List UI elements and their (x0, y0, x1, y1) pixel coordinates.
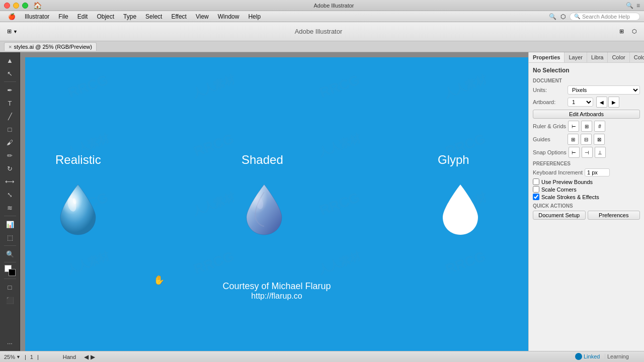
maximize-button[interactable] (22, 3, 28, 9)
grid2-icon[interactable]: # (594, 121, 605, 132)
tab-color1[interactable]: Color (608, 52, 629, 62)
linked-learning-svg: Linked Learning (575, 352, 640, 360)
graph-tool[interactable]: 📊 (3, 218, 17, 230)
app-title: Adobe Illustrator (45, 3, 623, 9)
artboard-prev[interactable]: ◀ (596, 97, 607, 108)
main-layout: ▲ ↖ ✒ T ╱ □ 🖌 ✏ ↻ ⟷ ⤡ ≋ 📊 ⬚ 🔍 □ ⬛ ··· (0, 52, 644, 351)
screen-mode[interactable]: ⬛ (3, 294, 17, 306)
status-separator: | (25, 354, 26, 360)
scale-strokes-checkbox[interactable] (533, 194, 539, 200)
tool-status: Hand (63, 354, 76, 360)
toolbar: ⊞ ▼ Adobe Illustrator ⊞ ⬡ (0, 22, 644, 41)
tab-libra[interactable]: Libra (587, 52, 608, 62)
menu-help[interactable]: Help (244, 12, 265, 21)
tab-close-icon[interactable]: × (9, 44, 12, 50)
zoom-control[interactable]: 25% ▼ (4, 354, 21, 360)
guide-icon1[interactable]: ⊞ (568, 134, 579, 145)
search-icon: 🔍 (626, 2, 633, 9)
menu-object[interactable]: Object (93, 12, 118, 21)
background-color[interactable] (9, 269, 16, 276)
tab-bar: × styles.ai @ 25% (RGB/Preview) (0, 41, 644, 52)
menu-window[interactable]: Window (214, 12, 244, 21)
realistic-label: Realistic (55, 153, 101, 167)
type-tool[interactable]: T (3, 97, 17, 109)
snap-icon1[interactable]: ⊢ (569, 147, 580, 158)
grid-icon[interactable]: ⊞ (581, 121, 592, 132)
paintbrush-tool[interactable]: 🖌 (3, 136, 17, 148)
svg-text:Linked: Linked (584, 353, 600, 359)
keyboard-increment-label: Keyboard Increment (533, 169, 583, 175)
snap-icon3[interactable]: ⊥ (595, 147, 606, 158)
use-preview-checkbox[interactable] (533, 178, 539, 185)
arrange-windows-btn[interactable]: ⊞ (616, 27, 627, 36)
document-section-title: Document (533, 78, 640, 83)
menu-bar: 🍎 Illustrator File Edit Object Type Sele… (0, 11, 644, 22)
zoom-value: 25% (4, 354, 15, 360)
menu-file[interactable]: File (54, 12, 72, 21)
menu-type[interactable]: Type (119, 12, 140, 21)
more-tools[interactable]: ··· (3, 337, 17, 349)
rotate-tool[interactable]: ↻ (3, 162, 17, 174)
snap-icon2[interactable]: ⊣ (582, 147, 593, 158)
rectangle-tool[interactable]: □ (3, 123, 17, 135)
zoom-tool[interactable]: 🔍 (3, 248, 17, 260)
canvas-area: RRCG 人人素材 RRCG 人人素材 人人素材 RRCG 人人素材 RRCG … (20, 52, 528, 351)
direct-selection-tool[interactable]: ↖ (3, 67, 17, 79)
minimize-button[interactable] (13, 3, 19, 9)
ruler-icon[interactable]: ⊢ (568, 121, 579, 132)
keyboard-increment-input[interactable] (585, 168, 610, 176)
next-arrow[interactable]: ▶ (91, 353, 95, 360)
attribution-line1: Courtesy of Michael Flarup (222, 281, 331, 292)
color-swatches[interactable] (3, 264, 17, 277)
guides-icons: ⊞ ⊟ ⊠ (568, 134, 605, 145)
pencil-tool[interactable]: ✏ (3, 149, 17, 161)
help-search-box[interactable]: 🔍 Search Adobe Help (570, 13, 640, 21)
tool-separator-2 (4, 216, 16, 216)
line-tool[interactable]: ╱ (3, 110, 17, 122)
selection-tool[interactable]: ▲ (3, 54, 17, 66)
pen-tool[interactable]: ✒ (3, 84, 17, 96)
scale-corners-checkbox[interactable] (533, 186, 539, 193)
warp-tool[interactable]: ≋ (3, 202, 17, 214)
menubar-right: 🔍 ⬡ 🔍 Search Adobe Help (549, 13, 640, 21)
menu-select[interactable]: Select (141, 12, 166, 21)
units-select[interactable]: Pixels Points Inches Millimeters (568, 85, 640, 95)
artboard-select[interactable]: 1 2 (568, 98, 593, 107)
guide-icon3[interactable]: ⊠ (594, 134, 605, 145)
tab-color2[interactable]: Color (630, 52, 644, 62)
artboard-row: Artboard: 1 2 ◀ ▶ (533, 97, 640, 108)
keyboard-increment-row: Keyboard Increment (533, 168, 640, 176)
menu-effect[interactable]: Effect (167, 12, 190, 21)
menu-edit[interactable]: Edit (73, 12, 92, 21)
artboard-label: Artboard: (533, 99, 566, 105)
menu-view[interactable]: View (192, 12, 213, 21)
attribution: Courtesy of Michael Flarup http://flarup… (222, 281, 331, 301)
shaded-drop-container: Shaded (242, 153, 287, 239)
artboard-tool[interactable]: ⬚ (3, 231, 17, 243)
snap-icons: ⊢ ⊣ ⊥ (569, 147, 606, 158)
scale-tool[interactable]: ⤡ (3, 189, 17, 201)
cc-libraries-btn[interactable]: ⬡ (629, 27, 640, 36)
document-setup-btn[interactable]: Document Setup (533, 211, 586, 220)
artboard-next[interactable]: ▶ (608, 97, 619, 108)
tool-separator-5 (4, 279, 16, 279)
workspace-icon: ⊞ (7, 28, 12, 35)
close-button[interactable] (4, 3, 10, 9)
artboard: RRCG 人人素材 RRCG 人人素材 人人素材 RRCG 人人素材 RRCG … (25, 57, 528, 351)
quick-actions-section-title: Quick Actions (533, 203, 640, 209)
more-icon[interactable]: ··· (3, 337, 17, 349)
preferences-btn[interactable]: Preferences (588, 211, 640, 220)
use-preview-row: Use Preview Bounds (533, 178, 640, 185)
guide-icon2[interactable]: ⊟ (581, 134, 592, 145)
edit-artboards-btn[interactable]: Edit Artboards (533, 110, 640, 119)
menu-illustrator[interactable]: Illustrator (21, 12, 53, 21)
document-tab[interactable]: × styles.ai @ 25% (RGB/Preview) (4, 42, 97, 51)
tab-layer[interactable]: Layer (565, 52, 587, 62)
workspace-switcher[interactable]: ⊞ ▼ (4, 27, 21, 36)
drawing-mode[interactable]: □ (3, 281, 17, 293)
prev-arrow[interactable]: ◀ (84, 353, 89, 360)
workspace-arrow: ▼ (13, 29, 18, 34)
apple-menu[interactable]: 🍎 (4, 12, 20, 21)
reflect-tool[interactable]: ⟷ (3, 175, 17, 188)
tab-properties[interactable]: Properties (529, 52, 565, 62)
